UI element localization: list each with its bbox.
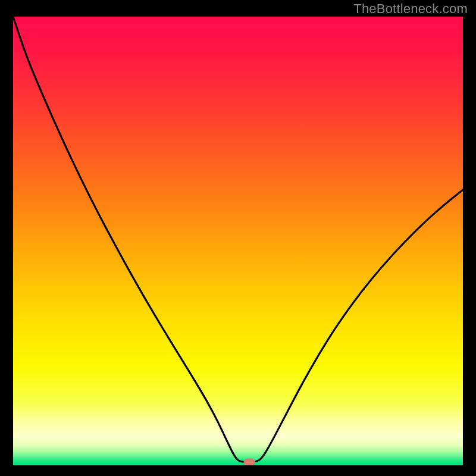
chart-frame: TheBottleneck.com [0,0,476,476]
watermark-text: TheBottleneck.com [353,1,468,17]
plot-area [13,17,463,465]
optimal-point-marker [243,458,255,465]
bottleneck-curve [13,17,463,465]
